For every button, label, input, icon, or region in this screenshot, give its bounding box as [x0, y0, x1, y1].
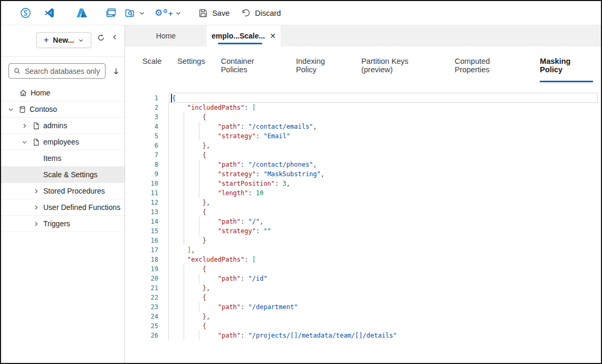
code-line[interactable]: },	[172, 198, 601, 207]
subtab-masking-policy[interactable]: Masking Policy	[532, 54, 601, 82]
subtab-indexing-policy[interactable]: Indexing Policy	[288, 54, 353, 82]
tree-item-user-defined-functions[interactable]: User Defined Functions	[1, 199, 125, 216]
line-number: 26	[133, 331, 158, 340]
code-line[interactable]: "startPosition": 3,	[172, 179, 601, 188]
chevron-right-icon[interactable]	[32, 187, 40, 195]
code-line[interactable]: "path": "/id"	[172, 274, 601, 283]
code-line[interactable]: "path": "/contact/phones",	[172, 160, 601, 169]
indent-guide	[168, 226, 169, 236]
cosmos-icon[interactable]	[20, 7, 31, 18]
chevron-down-icon[interactable]	[6, 105, 15, 113]
tree-item-stored-procedures[interactable]: Stored Procedures	[1, 183, 125, 199]
subtab-settings[interactable]: Settings	[169, 54, 213, 82]
container-icon	[32, 121, 40, 130]
indent-guide	[184, 217, 184, 226]
code-line[interactable]: "strategy": ""	[172, 226, 601, 236]
code-line[interactable]: }	[172, 236, 601, 245]
code-line[interactable]: "path": "/",	[172, 217, 601, 226]
chevron-right-icon[interactable]	[20, 121, 28, 130]
code-line[interactable]: "path": "/projects/[]/metadata/team/[]/d…	[172, 331, 601, 340]
code-line[interactable]: {	[172, 321, 601, 331]
indent-guide	[168, 245, 169, 255]
code-line[interactable]: "includedPaths": [	[172, 103, 601, 112]
code-line[interactable]: {	[172, 264, 601, 274]
code-line[interactable]: {	[172, 207, 601, 217]
indent-guide	[168, 274, 169, 283]
new-query-icon[interactable]	[106, 7, 117, 19]
indent-guide	[184, 293, 184, 302]
json-editor[interactable]: 1234567891011121314151617181920212223242…	[133, 93, 601, 340]
tree-item-items[interactable]: Items	[1, 150, 125, 167]
tab-home[interactable]: Home	[125, 25, 207, 46]
save-label: Save	[212, 9, 230, 17]
code-line[interactable]: {	[172, 93, 601, 103]
code-line[interactable]: {	[172, 150, 601, 160]
sort-arrow-icon[interactable]	[112, 67, 120, 75]
azure-icon[interactable]	[76, 7, 88, 18]
indent-guide	[168, 131, 169, 141]
indent-guide	[184, 283, 184, 293]
tree-item-label: User Defined Functions	[43, 203, 120, 212]
search-input[interactable]	[25, 67, 101, 75]
indent-guide	[168, 312, 169, 321]
tree-item-label: Stored Procedures	[43, 187, 105, 195]
collapse-sidebar-icon[interactable]	[111, 34, 118, 42]
settings-gears-menu[interactable]: ⚙⚙+	[155, 8, 181, 17]
code-line[interactable]: },	[172, 141, 601, 150]
vscode-icon[interactable]	[44, 7, 55, 18]
close-tab-icon[interactable]: ✕	[270, 32, 276, 40]
discard-button[interactable]: Discard	[241, 8, 281, 18]
line-number: 20	[133, 274, 158, 283]
code-line[interactable]: "strategy": "Email"	[172, 131, 601, 141]
editor-gutter: 1234567891011121314151617181920212223242…	[133, 93, 158, 340]
indent-guide	[168, 321, 169, 331]
tree-item-triggers[interactable]: Triggers	[1, 216, 125, 232]
indent-guide	[168, 293, 169, 302]
tree-item-contoso[interactable]: Contoso	[1, 101, 125, 118]
subtab-label: Settings	[177, 57, 205, 74]
active-tab-underline	[218, 43, 262, 44]
tree-item-admins[interactable]: admins	[1, 118, 125, 134]
subtab-label: Computed Properties	[455, 57, 524, 82]
new-button[interactable]: + New...	[36, 32, 91, 48]
tree-item-employees[interactable]: employees	[1, 134, 125, 150]
indent-guide	[184, 236, 184, 245]
line-number: 23	[133, 302, 158, 312]
tab-label: emplo...Scale...	[212, 32, 265, 40]
code-line[interactable]: "length": 10	[172, 188, 601, 198]
tab-emplo-scale[interactable]: emplo...Scale...✕	[207, 25, 281, 46]
tree-item-scale-settings[interactable]: Scale & Settings	[1, 167, 125, 183]
code-line[interactable]: "path": "/department"	[172, 302, 601, 312]
chevron-right-icon[interactable]	[32, 203, 40, 212]
code-line[interactable]: "excludedPaths": [	[172, 255, 601, 264]
subtab-scale[interactable]: Scale	[142, 54, 169, 82]
indent-guide	[168, 236, 169, 245]
line-number: 12	[133, 198, 158, 207]
indent-guide	[184, 198, 184, 207]
search-box[interactable]	[8, 63, 106, 79]
subtab-computed-properties[interactable]: Computed Properties	[447, 54, 532, 82]
refresh-icon[interactable]	[97, 34, 105, 42]
tree-item-home[interactable]: Home	[1, 85, 125, 101]
code-line[interactable]: },	[172, 283, 601, 293]
top-toolbar: ⚙⚙+ Save Discard	[1, 1, 601, 25]
tab-bar: Homeemplo...Scale...✕	[125, 25, 601, 46]
line-number: 3	[133, 112, 158, 122]
save-icon	[198, 8, 208, 18]
code-line[interactable]: "path": "/contact/emails",	[172, 122, 601, 131]
chevron-right-icon[interactable]	[32, 219, 40, 228]
open-query-menu[interactable]	[125, 7, 145, 18]
code-line[interactable]: ],	[172, 245, 601, 255]
save-button[interactable]: Save	[198, 8, 230, 18]
code-line[interactable]: "strategy": "MaskSubstring",	[172, 169, 601, 179]
open-query-icon	[125, 7, 137, 18]
line-number: 15	[133, 226, 158, 236]
code-line[interactable]: {	[172, 293, 601, 302]
code-line[interactable]: {	[172, 112, 601, 122]
subtab-partition-keys-preview[interactable]: Partition Keys (preview)	[353, 54, 447, 82]
chevron-down-icon[interactable]	[20, 138, 28, 146]
editor-code[interactable]: { "includedPaths": [ { "path": "/contact…	[158, 93, 601, 340]
subtab-container-policies[interactable]: Container Policies	[213, 54, 288, 82]
chevron-down-icon	[139, 10, 145, 16]
code-line[interactable]: },	[172, 312, 601, 321]
